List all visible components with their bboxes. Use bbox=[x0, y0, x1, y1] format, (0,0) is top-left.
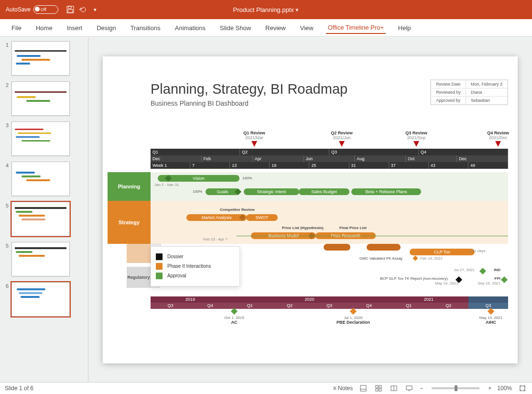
normal-view-icon[interactable] bbox=[358, 383, 368, 393]
autosave-control[interactable]: AutoSave Off bbox=[6, 5, 58, 14]
save-icon[interactable] bbox=[64, 3, 76, 16]
thumb-3[interactable] bbox=[11, 121, 70, 156]
lower-timeline: 2019 2020 2021 Q3 Q4 Q1 Q2 Q3 Q4 Q1 Q2 Q… bbox=[151, 296, 508, 329]
legend-popup[interactable]: Dossier Phase II Interactions Approval bbox=[151, 246, 240, 286]
legend-swatch bbox=[156, 253, 163, 260]
slide: Planning, Strategy, BI Roadmap Business … bbox=[103, 56, 518, 363]
svg-rect-13 bbox=[520, 386, 525, 391]
tab-view[interactable]: View bbox=[298, 22, 315, 33]
tab-help[interactable]: Help bbox=[396, 22, 413, 33]
status-bar: Slide 1 of 6 ≡ Notes − + 100% bbox=[0, 382, 532, 394]
lane-strategy: Strategy Competitor Review Market Analys… bbox=[108, 201, 508, 244]
lower-milestone: Oct 1, 2019AC bbox=[215, 309, 253, 325]
thumb-5b[interactable] bbox=[11, 242, 70, 276]
fit-window-icon[interactable] bbox=[518, 383, 527, 393]
diamond-icon bbox=[479, 267, 486, 274]
zoom-out-button[interactable]: − bbox=[420, 385, 423, 392]
thumb-2[interactable] bbox=[11, 81, 70, 116]
main-area: 1 2 3 4 bbox=[0, 37, 532, 382]
notes-button[interactable]: ≡ Notes bbox=[333, 385, 353, 392]
qat-more-icon[interactable]: ▾ bbox=[89, 3, 101, 16]
info-table: Review DateMon, February 3 Reviewed byDi… bbox=[430, 79, 508, 105]
undo-icon[interactable] bbox=[76, 3, 89, 16]
reading-view-icon[interactable] bbox=[389, 383, 399, 393]
title-bar: AutoSave Off ▾ Product Planning.pptx ▾ bbox=[0, 0, 532, 19]
tab-review[interactable]: Review bbox=[263, 22, 288, 33]
svg-rect-2 bbox=[68, 10, 73, 12]
axis-quarters: Q1Q2Q3Q4 bbox=[151, 149, 508, 155]
svg-rect-1 bbox=[68, 6, 71, 9]
tab-insert[interactable]: Insert bbox=[65, 22, 85, 33]
tab-animations[interactable]: Animations bbox=[173, 22, 207, 33]
slideshow-icon[interactable] bbox=[404, 383, 414, 393]
tab-home[interactable]: Home bbox=[34, 22, 54, 33]
svg-rect-7 bbox=[376, 389, 378, 391]
lane-planning: Planning Vision 100% Jan 2 - Mar 31 100%… bbox=[108, 172, 508, 201]
axis-weeks: Week 1713192531374349 bbox=[151, 162, 508, 169]
svg-rect-8 bbox=[379, 389, 381, 391]
review-milestone: Q4 Review2021/Dec bbox=[484, 131, 512, 147]
review-milestone: Q1 Review2021/Mar bbox=[240, 131, 269, 147]
thumb-4[interactable] bbox=[11, 162, 70, 196]
thumb-1[interactable] bbox=[11, 41, 70, 76]
zoom-in-button[interactable]: + bbox=[488, 385, 491, 392]
thumb-5[interactable] bbox=[11, 202, 70, 236]
sorter-view-icon[interactable] bbox=[374, 383, 383, 393]
tab-slideshow[interactable]: Slide Show bbox=[218, 22, 253, 33]
autosave-toggle[interactable]: Off bbox=[33, 5, 58, 14]
slide-canvas[interactable]: Planning, Strategy, BI Roadmap Business … bbox=[88, 37, 532, 382]
review-milestone: Q2 Review2021/Jun bbox=[327, 131, 356, 147]
zoom-level: 100% bbox=[497, 385, 512, 392]
svg-rect-5 bbox=[376, 385, 378, 388]
slide-counter: Slide 1 of 6 bbox=[5, 385, 33, 392]
zoom-slider[interactable] bbox=[432, 387, 479, 389]
ribbon-tabs: File Home Insert Design Transitions Anim… bbox=[0, 19, 532, 37]
svg-rect-11 bbox=[406, 386, 412, 390]
tab-design[interactable]: Design bbox=[95, 22, 118, 33]
axis-months: DecFebAprJunAugOctDec bbox=[151, 155, 508, 162]
lower-milestone: May 14, 2021AIHC bbox=[472, 309, 510, 325]
tab-file[interactable]: File bbox=[10, 22, 23, 33]
svg-rect-6 bbox=[379, 385, 381, 388]
autosave-label: AutoSave bbox=[6, 6, 31, 13]
review-milestone: Q3 Review2021/Sep bbox=[402, 131, 431, 147]
slide-subtitle: Business Planning BI Dashboard bbox=[151, 99, 249, 107]
lower-milestone: Jul 1, 2020PBE Declaration bbox=[334, 309, 372, 325]
svg-rect-3 bbox=[360, 385, 366, 391]
thumb-6[interactable] bbox=[11, 282, 70, 317]
slide-title: Planning, Strategy, BI Roadmap bbox=[151, 81, 347, 97]
tab-office-timeline[interactable]: Office Timeline Pro+ bbox=[326, 22, 386, 34]
slide-thumbnails[interactable]: 1 2 3 4 bbox=[0, 37, 88, 382]
tab-transitions[interactable]: Transitions bbox=[129, 22, 163, 33]
